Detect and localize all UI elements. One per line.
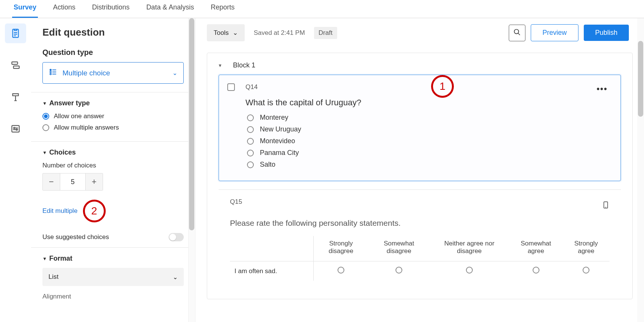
radio-allow-one[interactable]: Allow one answer [42, 113, 184, 120]
radio-allow-multiple[interactable]: Allow multiple answers [42, 124, 184, 131]
choice-row[interactable]: Monterey [245, 114, 585, 122]
stepper-value: 5 [60, 174, 85, 190]
tab-distributions[interactable]: Distributions [91, 0, 131, 18]
caret-down-icon: ▼ [42, 101, 47, 106]
tab-data-analysis[interactable]: Data & Analysis [145, 0, 195, 18]
rail-flow-icon[interactable] [5, 55, 26, 75]
choices-heading[interactable]: ▼ Choices [42, 148, 184, 156]
choices-stepper: − 5 + [42, 173, 103, 191]
format-heading[interactable]: ▼ Format [42, 255, 184, 263]
matrix-radio[interactable] [583, 267, 589, 274]
rail-look-feel-icon[interactable] [5, 87, 26, 107]
tools-label: Tools [214, 29, 229, 37]
radio-icon [247, 161, 254, 168]
matrix-radio[interactable] [338, 267, 344, 274]
choice-label: Panama City [260, 149, 299, 157]
question-number: Q15 [230, 198, 242, 206]
matrix-header: Somewhat disagree [368, 236, 430, 261]
question-type-select[interactable]: Multiple choice ⌄ [42, 62, 184, 84]
radio-icon [247, 114, 254, 121]
radio-icon [42, 113, 49, 120]
stepper-increment[interactable]: + [85, 174, 103, 190]
matrix-header: Neither agree nor disagree [430, 236, 509, 261]
canvas-scrollbar-track[interactable] [637, 18, 644, 322]
top-nav: Survey Actions Distributions Data & Anal… [0, 0, 644, 18]
edit-multiple-link[interactable]: Edit multiple [42, 207, 78, 215]
question-q14[interactable]: Q14 What is the capital of Uruguay? Mont… [219, 75, 621, 181]
matrix-radio[interactable] [395, 267, 402, 274]
format-label: Format [49, 255, 72, 263]
question-q15[interactable]: Q15 Please rate the following personalit… [219, 189, 621, 289]
svg-point-5 [16, 129, 17, 130]
matrix-header: Strongly disagree [314, 236, 368, 261]
publish-button[interactable]: Publish [584, 25, 629, 41]
radio-icon [247, 150, 254, 156]
svg-point-8 [50, 73, 52, 75]
use-suggested-toggle[interactable] [169, 233, 184, 241]
panel-heading: Edit question [42, 27, 184, 38]
radio-allow-multiple-label: Allow multiple answers [54, 124, 119, 131]
choice-label: Monterey [260, 114, 288, 122]
choice-row[interactable]: Salto [245, 161, 585, 169]
matrix-header: Strongly agree [563, 236, 610, 261]
format-select[interactable]: List ⌄ [42, 268, 184, 286]
choice-label: New Uruguay [260, 125, 301, 133]
multiple-choice-icon [49, 68, 57, 78]
radio-icon [42, 124, 49, 131]
survey-canvas: Tools ⌄ Saved at 2:41 PM Draft Preview P… [195, 18, 644, 322]
mobile-icon [602, 200, 610, 211]
draft-badge: Draft [314, 27, 337, 39]
question-type-heading: Question type [42, 48, 184, 57]
radio-allow-one-label: Allow one answer [54, 113, 104, 120]
matrix-statement[interactable]: I am often sad. [230, 261, 313, 281]
tab-actions[interactable]: Actions [52, 0, 77, 18]
number-of-choices-label: Number of choices [42, 162, 184, 169]
rail-options-icon[interactable] [5, 119, 26, 139]
svg-rect-1 [12, 62, 17, 64]
question-more-menu[interactable]: ••• [595, 83, 609, 95]
choice-row[interactable]: Panama City [245, 149, 585, 157]
caret-down-icon: ▼ [42, 150, 47, 155]
choice-row[interactable]: Montevideo [245, 137, 585, 145]
question-type-value: Multiple choice [63, 69, 110, 77]
block-title: Block 1 [233, 61, 255, 69]
caret-down-icon: ▼ [42, 256, 47, 261]
panel-scrollbar-track[interactable] [188, 18, 195, 322]
radio-icon [247, 138, 254, 145]
choice-label: Salto [260, 161, 275, 169]
svg-point-6 [50, 69, 52, 71]
panel-scrollbar-thumb[interactable] [189, 18, 194, 230]
choice-label: Montevideo [260, 137, 295, 145]
answer-type-heading[interactable]: ▼ Answer type [42, 99, 184, 107]
chevron-down-icon: ⌄ [173, 274, 178, 281]
question-text[interactable]: What is the capital of Uruguay? [245, 98, 585, 108]
block-collapse-toggle[interactable]: ▼ [218, 63, 222, 68]
tab-reports[interactable]: Reports [209, 0, 236, 18]
svg-point-9 [514, 30, 519, 34]
rail-builder-icon[interactable] [5, 23, 26, 43]
question-text[interactable]: Please rate the following personality st… [230, 219, 610, 228]
question-select-checkbox[interactable] [227, 83, 235, 91]
question-number: Q14 [245, 83, 585, 91]
alignment-label: Alignment [42, 293, 184, 300]
preview-button[interactable]: Preview [531, 24, 578, 41]
tools-menu[interactable]: Tools ⌄ [207, 24, 245, 41]
saved-status: Saved at 2:41 PM [254, 29, 305, 37]
choices-label: Choices [49, 148, 76, 156]
canvas-toolbar: Tools ⌄ Saved at 2:41 PM Draft Preview P… [195, 18, 644, 46]
matrix-radio[interactable] [466, 267, 473, 274]
chevron-down-icon: ⌄ [172, 69, 177, 77]
matrix-radio[interactable] [533, 267, 539, 274]
edit-panel: Edit question Question type Multiple cho… [31, 18, 195, 322]
matrix-table: Strongly disagree Somewhat disagree Neit… [230, 236, 610, 281]
answer-type-label: Answer type [49, 99, 90, 107]
svg-rect-2 [14, 66, 19, 69]
use-suggested-label: Use suggested choices [42, 233, 109, 241]
stepper-decrement[interactable]: − [43, 174, 60, 190]
tab-survey[interactable]: Survey [12, 0, 38, 18]
svg-point-7 [50, 71, 52, 73]
icon-rail [0, 18, 31, 322]
canvas-scrollbar-thumb[interactable] [638, 41, 643, 117]
search-button[interactable] [509, 25, 525, 41]
choice-row[interactable]: New Uruguay [245, 125, 585, 133]
